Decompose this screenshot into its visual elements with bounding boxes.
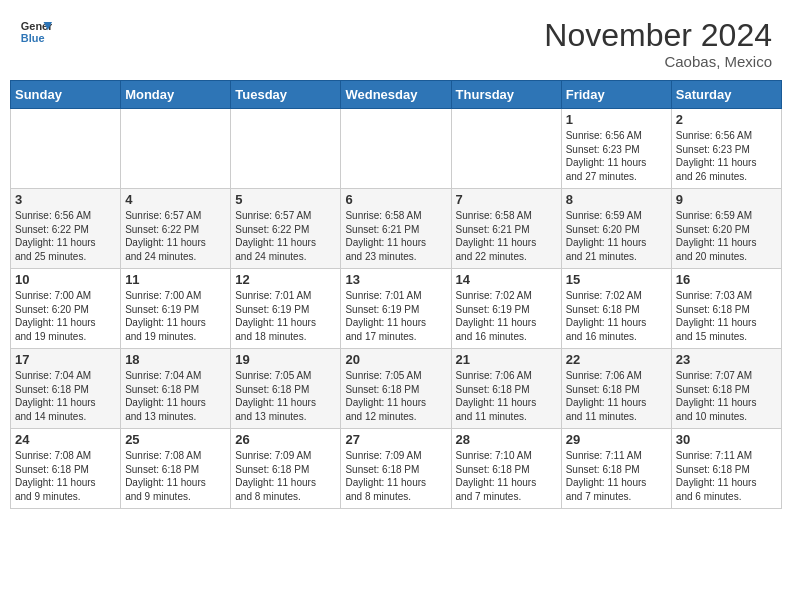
day-info: Sunrise: 7:06 AM Sunset: 6:18 PM Dayligh…: [456, 369, 557, 423]
table-cell: 10Sunrise: 7:00 AM Sunset: 6:20 PM Dayli…: [11, 269, 121, 349]
table-cell: 26Sunrise: 7:09 AM Sunset: 6:18 PM Dayli…: [231, 429, 341, 509]
day-info: Sunrise: 7:00 AM Sunset: 6:19 PM Dayligh…: [125, 289, 226, 343]
table-cell: 24Sunrise: 7:08 AM Sunset: 6:18 PM Dayli…: [11, 429, 121, 509]
day-number: 24: [15, 432, 116, 447]
day-number: 28: [456, 432, 557, 447]
day-number: 3: [15, 192, 116, 207]
day-info: Sunrise: 7:01 AM Sunset: 6:19 PM Dayligh…: [345, 289, 446, 343]
day-number: 16: [676, 272, 777, 287]
day-info: Sunrise: 6:56 AM Sunset: 6:23 PM Dayligh…: [676, 129, 777, 183]
table-cell: 19Sunrise: 7:05 AM Sunset: 6:18 PM Dayli…: [231, 349, 341, 429]
day-info: Sunrise: 7:02 AM Sunset: 6:18 PM Dayligh…: [566, 289, 667, 343]
table-cell: 18Sunrise: 7:04 AM Sunset: 6:18 PM Dayli…: [121, 349, 231, 429]
table-cell: 27Sunrise: 7:09 AM Sunset: 6:18 PM Dayli…: [341, 429, 451, 509]
table-cell: 28Sunrise: 7:10 AM Sunset: 6:18 PM Dayli…: [451, 429, 561, 509]
day-info: Sunrise: 7:09 AM Sunset: 6:18 PM Dayligh…: [345, 449, 446, 503]
logo: General Blue: [20, 18, 52, 46]
day-info: Sunrise: 6:58 AM Sunset: 6:21 PM Dayligh…: [345, 209, 446, 263]
day-number: 7: [456, 192, 557, 207]
day-info: Sunrise: 7:08 AM Sunset: 6:18 PM Dayligh…: [125, 449, 226, 503]
table-cell: 11Sunrise: 7:00 AM Sunset: 6:19 PM Dayli…: [121, 269, 231, 349]
day-info: Sunrise: 6:58 AM Sunset: 6:21 PM Dayligh…: [456, 209, 557, 263]
table-cell: 22Sunrise: 7:06 AM Sunset: 6:18 PM Dayli…: [561, 349, 671, 429]
day-info: Sunrise: 6:59 AM Sunset: 6:20 PM Dayligh…: [676, 209, 777, 263]
page-header: General Blue November 2024 Caobas, Mexic…: [10, 10, 782, 74]
day-number: 19: [235, 352, 336, 367]
day-info: Sunrise: 7:08 AM Sunset: 6:18 PM Dayligh…: [15, 449, 116, 503]
day-info: Sunrise: 6:59 AM Sunset: 6:20 PM Dayligh…: [566, 209, 667, 263]
day-number: 4: [125, 192, 226, 207]
day-number: 9: [676, 192, 777, 207]
day-number: 5: [235, 192, 336, 207]
weekday-header-tuesday: Tuesday: [231, 81, 341, 109]
table-cell: 7Sunrise: 6:58 AM Sunset: 6:21 PM Daylig…: [451, 189, 561, 269]
weekday-header-wednesday: Wednesday: [341, 81, 451, 109]
table-cell: 5Sunrise: 6:57 AM Sunset: 6:22 PM Daylig…: [231, 189, 341, 269]
week-row-4: 17Sunrise: 7:04 AM Sunset: 6:18 PM Dayli…: [11, 349, 782, 429]
table-cell: 3Sunrise: 6:56 AM Sunset: 6:22 PM Daylig…: [11, 189, 121, 269]
day-number: 1: [566, 112, 667, 127]
table-cell: 14Sunrise: 7:02 AM Sunset: 6:19 PM Dayli…: [451, 269, 561, 349]
day-number: 8: [566, 192, 667, 207]
table-cell: 1Sunrise: 6:56 AM Sunset: 6:23 PM Daylig…: [561, 109, 671, 189]
day-number: 2: [676, 112, 777, 127]
table-cell: 6Sunrise: 6:58 AM Sunset: 6:21 PM Daylig…: [341, 189, 451, 269]
month-title: November 2024: [544, 18, 772, 53]
day-info: Sunrise: 7:04 AM Sunset: 6:18 PM Dayligh…: [15, 369, 116, 423]
day-number: 13: [345, 272, 446, 287]
table-cell: [341, 109, 451, 189]
table-cell: 15Sunrise: 7:02 AM Sunset: 6:18 PM Dayli…: [561, 269, 671, 349]
day-number: 17: [15, 352, 116, 367]
day-number: 18: [125, 352, 226, 367]
day-number: 21: [456, 352, 557, 367]
day-info: Sunrise: 6:57 AM Sunset: 6:22 PM Dayligh…: [235, 209, 336, 263]
weekday-header-saturday: Saturday: [671, 81, 781, 109]
day-info: Sunrise: 7:11 AM Sunset: 6:18 PM Dayligh…: [676, 449, 777, 503]
weekday-header-thursday: Thursday: [451, 81, 561, 109]
week-row-3: 10Sunrise: 7:00 AM Sunset: 6:20 PM Dayli…: [11, 269, 782, 349]
weekday-header-friday: Friday: [561, 81, 671, 109]
day-number: 12: [235, 272, 336, 287]
table-cell: 20Sunrise: 7:05 AM Sunset: 6:18 PM Dayli…: [341, 349, 451, 429]
day-number: 22: [566, 352, 667, 367]
day-number: 27: [345, 432, 446, 447]
day-info: Sunrise: 7:07 AM Sunset: 6:18 PM Dayligh…: [676, 369, 777, 423]
weekday-header-sunday: Sunday: [11, 81, 121, 109]
title-block: November 2024 Caobas, Mexico: [544, 18, 772, 70]
day-number: 10: [15, 272, 116, 287]
table-cell: 4Sunrise: 6:57 AM Sunset: 6:22 PM Daylig…: [121, 189, 231, 269]
table-cell: 29Sunrise: 7:11 AM Sunset: 6:18 PM Dayli…: [561, 429, 671, 509]
day-info: Sunrise: 7:10 AM Sunset: 6:18 PM Dayligh…: [456, 449, 557, 503]
table-cell: 17Sunrise: 7:04 AM Sunset: 6:18 PM Dayli…: [11, 349, 121, 429]
day-info: Sunrise: 6:57 AM Sunset: 6:22 PM Dayligh…: [125, 209, 226, 263]
day-number: 6: [345, 192, 446, 207]
day-number: 14: [456, 272, 557, 287]
week-row-1: 1Sunrise: 6:56 AM Sunset: 6:23 PM Daylig…: [11, 109, 782, 189]
day-number: 15: [566, 272, 667, 287]
svg-text:Blue: Blue: [21, 32, 45, 44]
table-cell: 25Sunrise: 7:08 AM Sunset: 6:18 PM Dayli…: [121, 429, 231, 509]
table-cell: 21Sunrise: 7:06 AM Sunset: 6:18 PM Dayli…: [451, 349, 561, 429]
day-info: Sunrise: 7:09 AM Sunset: 6:18 PM Dayligh…: [235, 449, 336, 503]
day-info: Sunrise: 7:06 AM Sunset: 6:18 PM Dayligh…: [566, 369, 667, 423]
table-cell: 23Sunrise: 7:07 AM Sunset: 6:18 PM Dayli…: [671, 349, 781, 429]
day-number: 20: [345, 352, 446, 367]
weekday-header-row: SundayMondayTuesdayWednesdayThursdayFrid…: [11, 81, 782, 109]
day-number: 11: [125, 272, 226, 287]
day-number: 26: [235, 432, 336, 447]
day-info: Sunrise: 7:02 AM Sunset: 6:19 PM Dayligh…: [456, 289, 557, 343]
day-info: Sunrise: 6:56 AM Sunset: 6:22 PM Dayligh…: [15, 209, 116, 263]
table-cell: 2Sunrise: 6:56 AM Sunset: 6:23 PM Daylig…: [671, 109, 781, 189]
table-cell: [451, 109, 561, 189]
calendar-table: SundayMondayTuesdayWednesdayThursdayFrid…: [10, 80, 782, 509]
day-info: Sunrise: 7:04 AM Sunset: 6:18 PM Dayligh…: [125, 369, 226, 423]
location: Caobas, Mexico: [544, 53, 772, 70]
table-cell: 12Sunrise: 7:01 AM Sunset: 6:19 PM Dayli…: [231, 269, 341, 349]
table-cell: 9Sunrise: 6:59 AM Sunset: 6:20 PM Daylig…: [671, 189, 781, 269]
day-number: 23: [676, 352, 777, 367]
table-cell: 8Sunrise: 6:59 AM Sunset: 6:20 PM Daylig…: [561, 189, 671, 269]
weekday-header-monday: Monday: [121, 81, 231, 109]
day-number: 25: [125, 432, 226, 447]
day-info: Sunrise: 6:56 AM Sunset: 6:23 PM Dayligh…: [566, 129, 667, 183]
logo-icon: General Blue: [20, 18, 52, 46]
